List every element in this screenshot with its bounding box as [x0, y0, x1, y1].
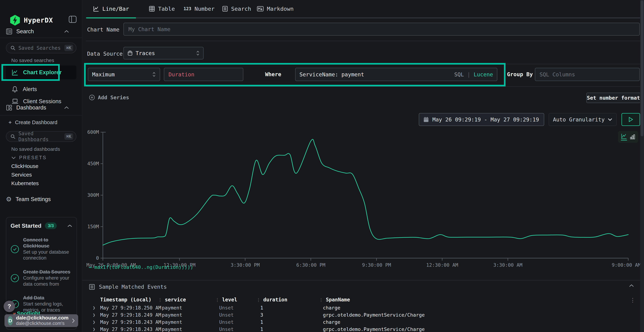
cell-level: Unset: [219, 312, 260, 318]
logo[interactable]: HyperDX: [10, 15, 53, 26]
logo-text: HyperDX: [24, 16, 53, 24]
sql-toggle[interactable]: SQL: [454, 71, 464, 78]
expand-row-icon[interactable]: ❯: [82, 320, 100, 325]
cell-service: payment: [162, 319, 219, 325]
tab-search[interactable]: Search: [222, 0, 251, 17]
create-dashboard-label: Create Dashboard: [15, 120, 58, 126]
lucene-toggle[interactable]: Lucene: [474, 71, 493, 78]
dashboards-section-label: Dashboards: [16, 104, 46, 111]
svg-text:3:30:00 PM: 3:30:00 PM: [230, 262, 260, 268]
event-row[interactable]: ❯May 27 9:29:18.243 AMpaymentUnset1grpc.…: [82, 326, 644, 332]
collapse-sidebar-icon[interactable]: [69, 16, 76, 23]
sidebar-preset-kubernetes[interactable]: Kubernetes: [11, 180, 39, 186]
column-header[interactable]: Timestamp (Local): [100, 297, 162, 303]
granularity-select[interactable]: Auto Granularity: [549, 113, 617, 126]
date-range-picker[interactable]: May 26 09:29:19 - May 27 09:29:19: [419, 113, 544, 126]
sidebar-preset-services[interactable]: Services: [11, 172, 32, 178]
sidebar-item-alerts[interactable]: Alerts: [6, 82, 76, 96]
cell-level: Unset: [219, 326, 260, 332]
timeseries-chart[interactable]: 0150M300M450M600MMay 26 9:00:00 AM12:30:…: [98, 130, 644, 271]
presets-label: PRESETS: [19, 155, 47, 160]
sidebar-preset-clickhouse[interactable]: ClickHouse: [11, 163, 38, 169]
column-header[interactable]: ⋮ duration: [260, 297, 323, 303]
event-row[interactable]: ❯May 27 9:29:18.250 AMpaymentUnset1charg…: [82, 304, 644, 311]
get-started-item[interactable]: Connect to ClickHouseSet up your databas…: [10, 237, 72, 261]
expand-row-icon[interactable]: ❯: [82, 312, 100, 318]
user-email: dale@clickhouse.com: [16, 315, 68, 321]
add-series-button[interactable]: Add Series: [89, 94, 129, 100]
sidebar-section-search[interactable]: Search: [6, 28, 76, 35]
number-123-icon: 123: [184, 6, 191, 11]
column-drag-icon[interactable]: ⋮: [319, 298, 326, 302]
column-drag-icon[interactable]: ⋮: [256, 298, 263, 302]
metric-field-input[interactable]: Duration: [164, 68, 243, 81]
column-header[interactable]: ⋮ SpanName: [323, 297, 624, 303]
collapse-events-icon[interactable]: [629, 284, 634, 287]
get-started-item-title: Create Data Sources: [23, 269, 72, 275]
get-started-progress-badge: 3/3: [45, 222, 56, 229]
column-header[interactable]: ⋮ level: [219, 297, 260, 303]
aggregation-value: Maximum: [92, 71, 115, 78]
column-header[interactable]: ⋮ service: [162, 297, 219, 303]
sidebar-item-team-settings[interactable]: ⚙ Team Settings: [6, 196, 76, 202]
svg-text:3:30:00 AM: 3:30:00 AM: [494, 262, 522, 268]
get-started-items: Connect to ClickHouseSet up your databas…: [10, 237, 72, 313]
avatar: D: [8, 316, 13, 326]
cell-duration: 3: [260, 312, 323, 318]
column-drag-icon[interactable]: ⋮: [215, 298, 222, 302]
chart-explorer-icon: [12, 69, 18, 76]
table-options-kebab-icon[interactable]: ⋮: [630, 297, 636, 303]
divider: [86, 86, 640, 87]
tab-markdown[interactable]: Markdown: [257, 0, 294, 17]
expand-row-icon[interactable]: ❯: [82, 305, 100, 310]
run-query-button[interactable]: [622, 113, 640, 126]
help-button[interactable]: ?: [4, 301, 15, 312]
scrollbar-thumb[interactable]: [640, 0, 644, 136]
chevron-up-icon: [64, 106, 69, 109]
chevron-up-icon[interactable]: [67, 224, 72, 227]
saved-dashboards-placeholder: Saved Dashboards: [18, 130, 62, 142]
toggle-separator: |: [467, 71, 474, 78]
data-source-select[interactable]: Traces: [124, 47, 204, 60]
tab-line-bar[interactable]: Line/Bar: [93, 0, 129, 17]
saved-searches-input[interactable]: Saved Searches ⌘K: [6, 42, 76, 53]
sidebar-item-label: Client Sessions: [23, 98, 61, 105]
expand-row-icon[interactable]: ❯: [82, 327, 100, 332]
saved-dashboards-input[interactable]: Saved Dashboards ⌘K: [6, 131, 76, 142]
page-scrollbar[interactable]: [640, 0, 644, 332]
column-drag-icon[interactable]: ⋮: [158, 298, 165, 302]
get-started-item[interactable]: Create Data SourcesConfigure where your …: [10, 269, 72, 287]
tab-number[interactable]: 123 Number: [184, 0, 214, 17]
event-row[interactable]: ❯May 27 9:29:18.249 AMpaymentUnset3grpc.…: [82, 311, 644, 318]
user-subtitle: dale@clickhouse.com's: [16, 320, 68, 326]
aggregation-select[interactable]: Maximum: [88, 68, 160, 81]
svg-text:9:30:00 PM: 9:30:00 PM: [362, 262, 391, 268]
chart-name-input[interactable]: My Chart Name: [124, 23, 640, 36]
plus-icon: +: [8, 119, 12, 126]
tab-table[interactable]: Table: [149, 0, 175, 17]
sample-events-header: Sample Matched Events: [89, 284, 167, 290]
user-menu[interactable]: D dale@clickhouse.com dale@clickhouse.co…: [4, 314, 78, 327]
hyperdx-logo-icon: [10, 15, 20, 26]
divider: [86, 41, 640, 41]
app-root: HyperDX Search Saved Searches ⌘K No: [0, 0, 644, 332]
chart-type-tabs: Line/Bar Table 123 Number Search Markdow…: [82, 0, 644, 18]
svg-text:9:00:00 AM: 9:00:00 AM: [612, 262, 641, 268]
group-by-input[interactable]: SQL Columns: [535, 68, 640, 81]
date-range-value: May 26 09:29:19 - May 27 09:29:19: [432, 116, 539, 123]
cell-duration: 1: [260, 305, 323, 310]
sidebar-item-chart-explorer[interactable]: Chart Explorer: [6, 66, 76, 80]
divider: [0, 115, 82, 116]
cell-timestamp: May 27 9:29:18.243 AM: [100, 326, 162, 332]
svg-text:6:30:00 PM: 6:30:00 PM: [296, 262, 326, 268]
play-icon: [628, 117, 633, 122]
event-row[interactable]: ❯May 27 9:29:18.243 AMpaymentUnset1charg…: [82, 318, 644, 326]
metric-field-value: Duration: [168, 71, 194, 78]
set-number-format-button[interactable]: Set number format: [586, 93, 640, 103]
search-icon: [10, 45, 16, 50]
create-dashboard-button[interactable]: + Create Dashboard: [8, 119, 58, 126]
where-value: ServiceName: payment: [300, 71, 364, 78]
presets-toggle[interactable]: PRESETS: [11, 155, 47, 160]
where-input[interactable]: ServiceName: payment SQL | Lucene: [295, 68, 497, 81]
sidebar-section-dashboards[interactable]: Dashboards: [6, 104, 76, 111]
